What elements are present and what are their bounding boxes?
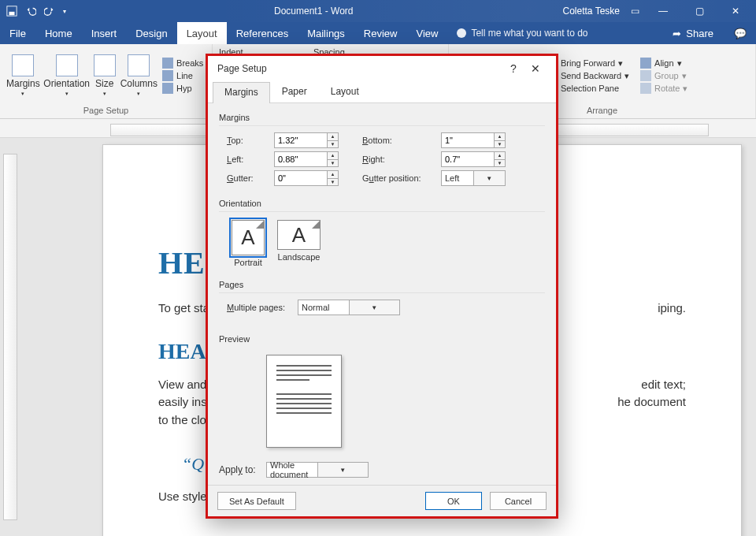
ok-button[interactable]: OK [425, 492, 482, 510]
group-button[interactable]: Group ▾ [640, 70, 687, 81]
gutter-label: Gutter: [227, 173, 274, 183]
ribbon-tabs: File Home Insert Design Layout Reference… [0, 22, 756, 44]
line-numbers-icon [162, 70, 173, 81]
chevron-down-icon[interactable]: ▼ [349, 300, 400, 315]
hyphenation-label: Hyp [176, 84, 192, 93]
close-button[interactable]: ✕ [723, 6, 748, 17]
ribbon-display-icon[interactable]: ▭ [631, 6, 639, 17]
margins-section-label: Margins [219, 113, 545, 122]
pages-section: Multiple pages: Normal▼ [219, 292, 545, 323]
preview-section [219, 347, 545, 452]
minimize-button[interactable]: — [650, 6, 676, 17]
preview-section-label: Preview [219, 334, 545, 344]
title-right: Coletta Teske ▭ — ▢ ✕ [555, 6, 757, 17]
bottom-margin-input[interactable]: ▲▼ [441, 132, 506, 148]
orientation-label: Orientation [43, 78, 90, 89]
chevron-down-icon[interactable]: ▼ [317, 463, 369, 477]
orientation-landscape[interactable]: A Landscape [277, 220, 321, 267]
title-bar: ▾ Document1 - Word Coletta Teske ▭ — ▢ ✕ [0, 0, 756, 22]
left-label: Left: [227, 154, 274, 164]
page-setup-dialog: Page Setup ? ✕ Margins Paper Layout Marg… [206, 54, 558, 519]
left-margin-input[interactable]: ▲▼ [274, 151, 339, 167]
dialog-close-button[interactable]: ✕ [524, 62, 547, 75]
rotate-button[interactable]: Rotate ▾ [640, 83, 687, 94]
dialog-footer: Set As Default OK Cancel [208, 485, 556, 516]
breaks-icon [162, 58, 173, 69]
tab-insert[interactable]: Insert [82, 22, 127, 44]
spinner-down-icon[interactable]: ▼ [327, 141, 338, 148]
rotate-icon [640, 83, 651, 94]
right-label: Right: [362, 154, 441, 164]
user-name[interactable]: Coletta Teske [563, 6, 621, 17]
dialog-titlebar: Page Setup ? ✕ [208, 56, 556, 81]
columns-label: Columns [120, 78, 158, 89]
spinner-up-icon[interactable]: ▲ [327, 133, 338, 141]
gutter-input[interactable]: ▲▼ [274, 170, 339, 186]
vertical-ruler[interactable] [3, 154, 17, 520]
maximize-button[interactable]: ▢ [687, 6, 712, 17]
right-margin-input[interactable]: ▲▼ [441, 151, 506, 167]
columns-button[interactable]: Columns▾ [120, 54, 158, 97]
share-label: Share [686, 28, 713, 39]
landscape-icon: A [277, 220, 321, 250]
gutter-position-select[interactable]: Left▼ [441, 170, 506, 186]
align-button[interactable]: Align ▾ [640, 58, 687, 69]
dialog-tabs: Margins Paper Layout [208, 81, 556, 103]
group-icon [640, 70, 651, 81]
orientation-portrait[interactable]: A Portrait [232, 220, 265, 267]
comments-icon[interactable]: 💬 [724, 22, 756, 44]
undo-icon[interactable] [25, 6, 36, 17]
tab-file[interactable]: File [0, 22, 35, 44]
dialog-tab-layout[interactable]: Layout [319, 81, 371, 102]
pages-section-label: Pages [219, 280, 545, 289]
hyphenation-button[interactable]: Hyp [162, 83, 211, 94]
tab-design[interactable]: Design [126, 22, 176, 44]
save-icon[interactable] [6, 6, 17, 17]
align-icon [640, 58, 651, 69]
margins-button[interactable]: Margins▾ [6, 54, 40, 97]
bottom-label: Bottom: [362, 136, 441, 145]
tab-mailings[interactable]: Mailings [298, 22, 354, 44]
dialog-tab-paper[interactable]: Paper [270, 81, 319, 102]
breaks-label: Breaks [176, 58, 203, 68]
set-as-default-button[interactable]: Set As Default [217, 492, 296, 510]
tell-me-label: Tell me what you want to do [471, 28, 587, 39]
tell-me-box[interactable]: Tell me what you want to do [447, 22, 597, 44]
hyphenation-icon [162, 83, 173, 94]
send-backward-button[interactable]: Send Backward ▾ [547, 70, 629, 81]
portrait-icon: A [232, 220, 265, 255]
tab-home[interactable]: Home [35, 22, 82, 44]
margins-label: Margins [6, 78, 40, 89]
svg-rect-1 [9, 12, 15, 15]
tab-layout[interactable]: Layout [177, 22, 227, 44]
breaks-button[interactable]: Breaks ▾ [162, 58, 211, 69]
size-button[interactable]: Size▾ [94, 54, 116, 97]
dialog-tab-margins[interactable]: Margins [213, 82, 270, 103]
chevron-down-icon[interactable]: ▼ [473, 171, 506, 185]
top-margin-input[interactable]: ▲▼ [274, 132, 339, 148]
window-title: Document1 - Word [72, 6, 555, 17]
bring-forward-button[interactable]: Bring Forward ▾ [547, 58, 629, 69]
dialog-help-button[interactable]: ? [502, 62, 524, 75]
customize-qat-icon[interactable]: ▾ [63, 8, 66, 15]
orientation-button[interactable]: Orientation▾ [45, 54, 89, 97]
page-setup-group-label: Page Setup [6, 104, 206, 115]
lightbulb-icon [457, 28, 466, 38]
tab-view[interactable]: View [406, 22, 447, 44]
multiple-pages-select[interactable]: Normal▼ [298, 300, 400, 315]
top-label: Top: [227, 136, 274, 145]
redo-icon[interactable] [44, 6, 55, 17]
apply-to-select[interactable]: Whole document▼ [266, 462, 369, 478]
selection-pane-button[interactable]: Selection Pane [547, 83, 629, 94]
cancel-button[interactable]: Cancel [490, 492, 547, 510]
share-button[interactable]: ➦ Share [673, 28, 713, 39]
orientation-section: A Portrait A Landscape [219, 211, 545, 275]
line-numbers-button[interactable]: Line [162, 70, 211, 81]
multiple-pages-label: Multiple pages: [227, 303, 298, 312]
share-icon: ➦ [673, 28, 681, 39]
doc-name: Document1 [274, 6, 322, 17]
tab-review[interactable]: Review [354, 22, 407, 44]
tab-references[interactable]: References [227, 22, 298, 44]
line-numbers-label: Line [176, 71, 193, 80]
preview-page-icon [266, 355, 342, 448]
